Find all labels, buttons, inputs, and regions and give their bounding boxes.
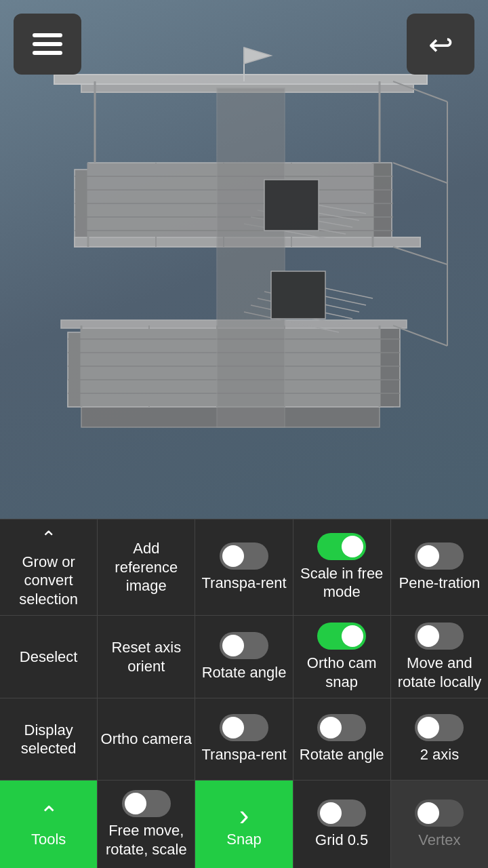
free-move-label: Free move, rotate, scale: [100, 821, 192, 859]
add-reference-label: Add reference image: [100, 539, 192, 595]
svg-rect-47: [271, 271, 325, 319]
scale-free-cell[interactable]: Scale in free mode: [293, 519, 391, 616]
rotate-angle-toggle[interactable]: [220, 632, 268, 659]
grid-cell[interactable]: Grid 0.5: [293, 781, 391, 868]
vertex-label: Vertex: [418, 831, 460, 850]
svg-rect-46: [217, 88, 285, 427]
svg-line-53: [393, 247, 447, 264]
toolbar-row-2: Deselect Reset axis orient Rotate angle …: [0, 615, 488, 698]
vertex-cell[interactable]: Vertex: [391, 781, 488, 868]
deselect-label: Deselect: [20, 648, 78, 667]
reset-axis-label: Reset axis orient: [100, 638, 192, 675]
toolbar-row-1: ⌃ Grow or convert selection Add referenc…: [0, 519, 488, 616]
hamburger-icon: [33, 28, 62, 60]
deselect-cell[interactable]: Deselect: [0, 616, 98, 698]
snap-label: Snap: [226, 830, 261, 849]
transparent-cell-2[interactable]: Transpa-rent: [195, 698, 293, 780]
2axis-label: 2 axis: [420, 745, 459, 764]
grid-toggle[interactable]: [317, 800, 366, 827]
penetration-label: Pene-tration: [399, 574, 480, 593]
penetration-toggle[interactable]: [415, 542, 464, 570]
ortho-camera-cell[interactable]: Ortho camera: [98, 698, 195, 780]
ortho-cam-snap-label: Ortho cam snap: [296, 654, 388, 691]
action-row: ⌃ Tools Free move, rotate, scale › Snap …: [0, 780, 488, 868]
transparent-toggle-2[interactable]: [220, 714, 268, 741]
rotate-angle-cell[interactable]: Rotate angle: [195, 616, 293, 698]
rotate-angle-toggle-2[interactable]: [317, 714, 366, 741]
rotate-angle-label: Rotate angle: [202, 663, 287, 682]
display-selected-label: Display selected: [3, 721, 94, 758]
grow-convert-label: Grow or convert selection: [3, 553, 94, 609]
transparent-label-1: Transpa-rent: [201, 574, 286, 593]
rotate-angle-cell-2[interactable]: Rotate angle: [293, 698, 391, 780]
svg-line-54: [393, 326, 447, 346]
svg-rect-48: [264, 180, 319, 231]
svg-rect-20: [373, 163, 392, 237]
ortho-cam-snap-cell[interactable]: Ortho cam snap: [293, 616, 391, 698]
snap-button[interactable]: › Snap: [195, 781, 293, 868]
rotate-angle-label-2: Rotate angle: [300, 745, 384, 764]
undo-icon: ↩: [428, 27, 453, 62]
display-selected-cell[interactable]: Display selected: [0, 698, 98, 780]
tools-label: Tools: [31, 830, 66, 849]
scale-free-toggle[interactable]: [317, 533, 366, 560]
transparent-cell-1[interactable]: Transpa-rent: [195, 519, 293, 616]
building-model: [14, 41, 474, 515]
free-move-toggle[interactable]: [122, 790, 171, 817]
svg-line-52: [393, 163, 447, 183]
add-reference-cell[interactable]: Add reference image: [98, 519, 195, 616]
svg-marker-50: [244, 47, 271, 64]
2axis-cell[interactable]: 2 axis: [391, 698, 488, 780]
scale-free-label: Scale in free mode: [296, 564, 388, 601]
grid-label: Grid 0.5: [315, 831, 368, 850]
toolbar: ⌃ Grow or convert selection Add referenc…: [0, 519, 488, 869]
move-rotate-local-toggle[interactable]: [415, 623, 464, 650]
ortho-camera-label: Ortho camera: [101, 730, 192, 749]
chevron-up-icon: ⌃: [41, 526, 56, 550]
tools-chevron-icon: ⌃: [39, 800, 58, 829]
transparent-label-2: Transpa-rent: [201, 745, 286, 764]
transparent-toggle-1[interactable]: [220, 542, 268, 570]
vertex-toggle[interactable]: [415, 800, 464, 827]
2axis-toggle[interactable]: [415, 714, 464, 741]
grow-convert-cell[interactable]: ⌃ Grow or convert selection: [0, 519, 98, 616]
snap-chevron-icon: ›: [239, 800, 249, 830]
menu-button[interactable]: [14, 14, 81, 75]
move-rotate-local-cell[interactable]: Move and rotate locally: [391, 616, 488, 698]
svg-rect-3: [68, 332, 81, 407]
move-rotate-local-label: Move and rotate locally: [394, 654, 485, 691]
free-move-cell[interactable]: Free move, rotate, scale: [98, 781, 195, 868]
toolbar-row-3: Display selected Ortho camera Transpa-re…: [0, 698, 488, 780]
3d-viewport[interactable]: ↩: [0, 0, 488, 529]
svg-rect-32: [54, 75, 427, 84]
reset-axis-cell[interactable]: Reset axis orient: [98, 616, 195, 698]
undo-button[interactable]: ↩: [407, 14, 474, 75]
tools-button[interactable]: ⌃ Tools: [0, 781, 98, 868]
ortho-cam-snap-toggle[interactable]: [317, 623, 366, 650]
penetration-cell[interactable]: Pene-tration: [391, 519, 488, 616]
